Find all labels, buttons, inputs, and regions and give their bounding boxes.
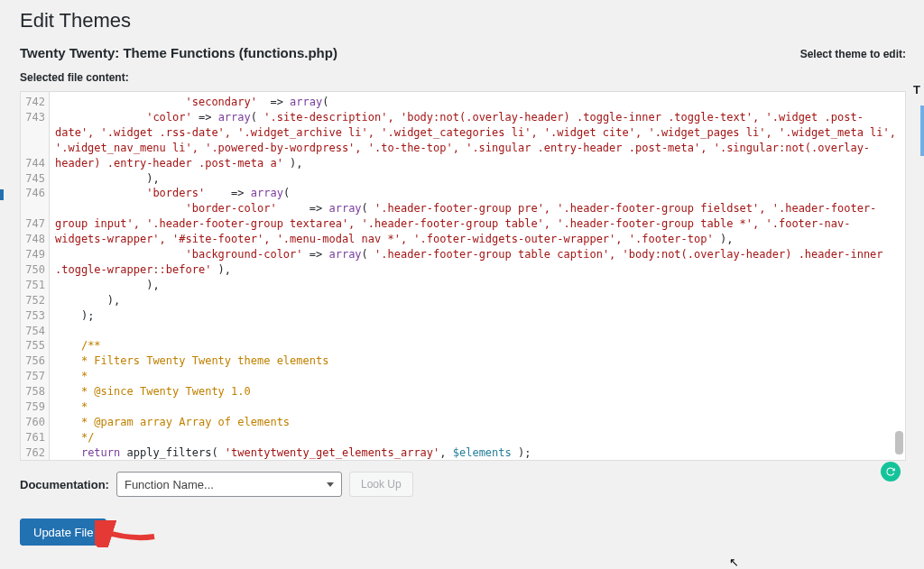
documentation-label: Documentation: — [20, 478, 109, 491]
selected-file-content-label: Selected file content: — [20, 71, 906, 84]
select-theme-label: Select theme to edit: — [800, 48, 906, 60]
sidebar-letter: T — [913, 83, 920, 96]
function-name-select[interactable]: Function Name... — [116, 472, 342, 497]
sidebar-highlight — [920, 106, 924, 156]
update-file-button[interactable]: Update File — [20, 519, 106, 546]
code-content[interactable]: 'secondary' => array( 'color' => array( … — [50, 92, 905, 460]
scrollbar-thumb[interactable] — [895, 431, 903, 454]
code-editor[interactable]: 7427437447457467477487497507517527537547… — [20, 91, 906, 461]
grammarly-icon[interactable] — [881, 462, 901, 482]
look-up-button[interactable]: Look Up — [349, 472, 413, 497]
line-number-gutter: 7427437447457467477487497507517527537547… — [21, 92, 50, 460]
admin-menu-edge — [0, 189, 4, 200]
editor-scrollbar[interactable] — [894, 94, 903, 458]
theme-file-heading: Twenty Twenty: Theme Functions (function… — [20, 45, 337, 60]
page-title: Edit Themes — [20, 9, 906, 32]
